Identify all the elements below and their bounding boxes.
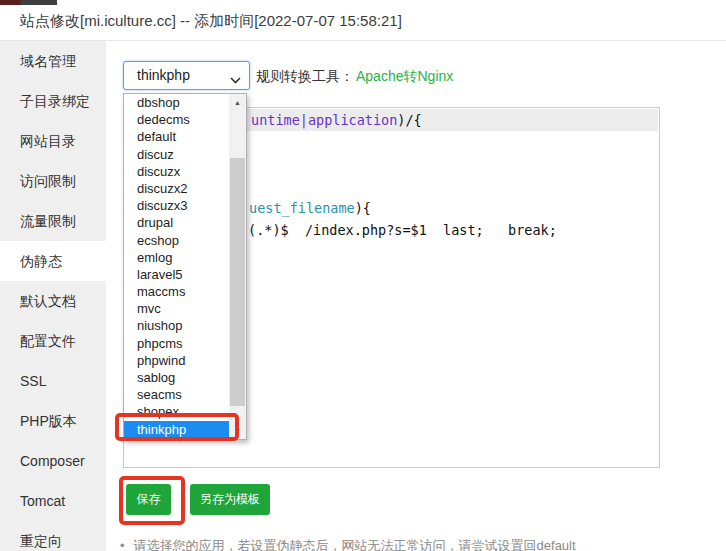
bullet: •	[120, 538, 125, 551]
dropdown-option-discuzx2[interactable]: discuzx2	[124, 180, 229, 197]
settings-sidebar: 域名管理子目录绑定网站目录访问限制流量限制伪静态默认文档配置文件SSLPHP版本…	[0, 41, 106, 551]
sidebar-item-7[interactable]: 配置文件	[0, 321, 106, 361]
dropdown-option-niushop[interactable]: niushop	[124, 317, 229, 334]
dropdown-option-dedecms[interactable]: dedecms	[124, 111, 229, 128]
dialog-titlebar: 站点修改[mi.iculture.cc] -- 添加时间[2022-07-07 …	[0, 0, 726, 41]
dropdown-option-drupal[interactable]: drupal	[124, 214, 229, 231]
sidebar-item-5[interactable]: 伪静态	[0, 241, 106, 281]
dropdown-option-dbshop[interactable]: dbshop	[124, 94, 229, 111]
rewrite-template-dropdown: dbshopdedecmsdefaultdiscuzdiscuzxdiscuzx…	[123, 93, 247, 440]
hint-note: •请选择您的应用，若设置伪静态后，网站无法正常访问，请尝试设置回default	[120, 537, 700, 551]
select-value: thinkphp	[137, 62, 190, 89]
sidebar-item-11[interactable]: Tomcat	[0, 481, 106, 521]
code-fragment-line-4: uest_filename){	[249, 197, 371, 219]
sidebar-item-1[interactable]: 子目录绑定	[0, 81, 106, 121]
dropdown-option-shopex[interactable]: shopex	[124, 403, 229, 420]
sidebar-item-0[interactable]: 域名管理	[0, 41, 106, 81]
sidebar-item-8[interactable]: SSL	[0, 361, 106, 401]
apache-to-nginx-link[interactable]: Apache转Nginx	[356, 68, 453, 86]
dropdown-option-default[interactable]: default	[124, 128, 229, 145]
sidebar-item-2[interactable]: 网站目录	[0, 121, 106, 161]
dropdown-option-emlog[interactable]: emlog	[124, 249, 229, 266]
browser-edge-artifact-dark	[21, 0, 57, 5]
dropdown-option-phpwind[interactable]: phpwind	[124, 352, 229, 369]
hint-text: 请选择您的应用，若设置伪静态后，网站无法正常访问，请尝试设置回default	[134, 538, 576, 551]
sidebar-item-12[interactable]: 重定向	[0, 521, 106, 551]
sidebar-item-4[interactable]: 流量限制	[0, 201, 106, 241]
dropdown-option-thinkphp[interactable]: thinkphp	[124, 421, 229, 438]
dialog-title: 站点修改[mi.iculture.cc] -- 添加时间[2022-07-07 …	[20, 0, 402, 41]
code-fragment-line-5: (.*)$ /index.php?s=$1 last; break;	[248, 219, 557, 241]
dropdown-option-discuzx[interactable]: discuzx	[124, 163, 229, 180]
dropdown-option-sablog[interactable]: sablog	[124, 369, 229, 386]
dropdown-option-ecshop[interactable]: ecshop	[124, 232, 229, 249]
scroll-up-icon[interactable]: ▲	[229, 94, 246, 111]
chevron-down-icon	[230, 71, 241, 87]
scroll-down-icon[interactable]: ▼	[229, 422, 246, 439]
dropdown-option-mvc[interactable]: mvc	[124, 300, 229, 317]
converter-tool-label: 规则转换工具：	[256, 68, 354, 86]
browser-edge-artifact	[0, 0, 21, 5]
site-modify-dialog: 站点修改[mi.iculture.cc] -- 添加时间[2022-07-07 …	[0, 0, 726, 551]
code-fragment-line-0: untime|application)/{	[251, 109, 422, 131]
sidebar-item-6[interactable]: 默认文档	[0, 281, 106, 321]
dropdown-option-laravel5[interactable]: laravel5	[124, 266, 229, 283]
sidebar-item-3[interactable]: 访问限制	[0, 161, 106, 201]
save-as-template-button[interactable]: 另存为模板	[190, 484, 270, 515]
dropdown-option-seacms[interactable]: seacms	[124, 386, 229, 403]
dropdown-option-phpcms[interactable]: phpcms	[124, 335, 229, 352]
dropdown-option-maccms[interactable]: maccms	[124, 283, 229, 300]
sidebar-item-10[interactable]: Composer	[0, 441, 106, 481]
rewrite-template-select[interactable]: thinkphp	[123, 61, 250, 90]
dropdown-scrollbar[interactable]: ▲ ▼	[229, 94, 246, 439]
scrollbar-thumb[interactable]	[230, 158, 245, 406]
dropdown-options: dbshopdedecmsdefaultdiscuzdiscuzxdiscuzx…	[124, 94, 229, 439]
save-button[interactable]: 保存	[126, 484, 171, 515]
dropdown-option-discuzx3[interactable]: discuzx3	[124, 197, 229, 214]
dropdown-option-discuz[interactable]: discuz	[124, 146, 229, 163]
sidebar-item-9[interactable]: PHP版本	[0, 401, 106, 441]
